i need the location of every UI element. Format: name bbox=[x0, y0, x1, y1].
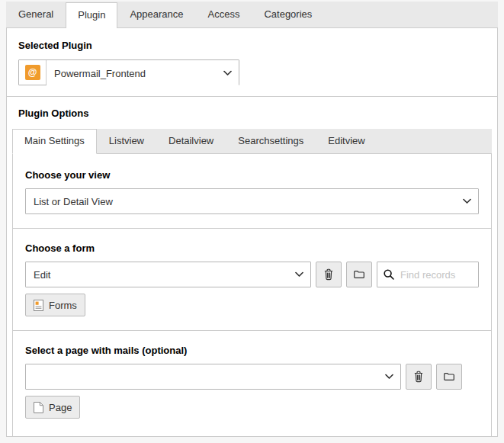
choose-form-section: Choose a form Edit bbox=[13, 228, 491, 330]
choose-form-label: Choose a form bbox=[25, 242, 479, 255]
trash-icon bbox=[413, 371, 425, 383]
chevron-down-icon bbox=[385, 374, 393, 380]
form-document-icon bbox=[34, 300, 43, 311]
choose-view-label: Choose your view bbox=[25, 169, 479, 181]
forms-button-label: Forms bbox=[49, 300, 77, 311]
plugin-tab-panel: Selected Plugin @ Powermail_Frontend Plu… bbox=[6, 27, 498, 437]
selected-plugin-label: Selected Plugin bbox=[18, 40, 486, 52]
form-select[interactable]: Edit bbox=[25, 262, 311, 287]
subtab-main-settings[interactable]: Main Settings bbox=[12, 129, 97, 154]
tab-appearance[interactable]: Appearance bbox=[117, 2, 195, 27]
plugin-icon-box: @ bbox=[19, 60, 47, 85]
tab-plugin[interactable]: Plugin bbox=[66, 2, 117, 28]
tab-access[interactable]: Access bbox=[196, 2, 252, 27]
folder-icon bbox=[443, 371, 455, 383]
page-select[interactable] bbox=[25, 364, 401, 390]
page: General Plugin Appearance Access Categor… bbox=[0, 0, 504, 437]
search-icon bbox=[377, 268, 400, 281]
subtab-searchsettings[interactable]: Searchsettings bbox=[226, 129, 316, 153]
main-tabbar: General Plugin Appearance Access Categor… bbox=[6, 2, 498, 27]
chevron-down-icon bbox=[223, 71, 232, 76]
find-records-group bbox=[377, 262, 479, 287]
section-divider bbox=[7, 96, 497, 97]
chevron-down-icon bbox=[295, 272, 303, 278]
form-delete-button[interactable] bbox=[316, 262, 342, 287]
view-select[interactable]: List or Detail View bbox=[25, 188, 479, 214]
trash-icon bbox=[323, 268, 335, 281]
subtab-detailview[interactable]: Detailview bbox=[156, 129, 226, 153]
page-button-label: Page bbox=[49, 402, 72, 413]
page-button[interactable]: Page bbox=[25, 396, 80, 419]
page-browse-button[interactable] bbox=[436, 364, 462, 390]
tab-categories[interactable]: Categories bbox=[252, 2, 324, 27]
find-records-input[interactable] bbox=[400, 269, 478, 281]
form-select-value: Edit bbox=[34, 269, 291, 281]
selected-plugin-select[interactable]: Powermail_Frontend bbox=[47, 60, 239, 86]
select-page-row bbox=[25, 364, 479, 390]
selected-plugin-value: Powermail_Frontend bbox=[54, 68, 219, 79]
main-settings-content: Choose your view List or Detail View Cho… bbox=[12, 154, 492, 436]
forms-button[interactable]: Forms bbox=[25, 294, 85, 316]
choose-view-section: Choose your view List or Detail View bbox=[13, 154, 491, 228]
tab-general[interactable]: General bbox=[6, 2, 66, 27]
plugin-options-label: Plugin Options bbox=[18, 108, 486, 120]
selected-plugin-combo: @ Powermail_Frontend bbox=[18, 59, 239, 85]
form-browse-button[interactable] bbox=[346, 262, 372, 287]
view-select-value: List or Detail View bbox=[34, 196, 458, 207]
powermail-at-icon: @ bbox=[25, 65, 40, 80]
subtab-listview[interactable]: Listview bbox=[97, 129, 156, 153]
choose-form-row: Edit bbox=[25, 262, 479, 287]
plugin-options-tabbar: Main Settings Listview Detailview Search… bbox=[12, 129, 492, 154]
chevron-down-icon bbox=[463, 199, 471, 204]
select-page-section: Select a page with mails (optional) bbox=[13, 330, 491, 432]
folder-icon bbox=[353, 268, 365, 281]
select-page-label: Select a page with mails (optional) bbox=[25, 345, 479, 357]
page-document-icon bbox=[34, 402, 43, 413]
subtab-editview[interactable]: Editview bbox=[316, 129, 377, 153]
page-delete-button[interactable] bbox=[406, 364, 432, 390]
